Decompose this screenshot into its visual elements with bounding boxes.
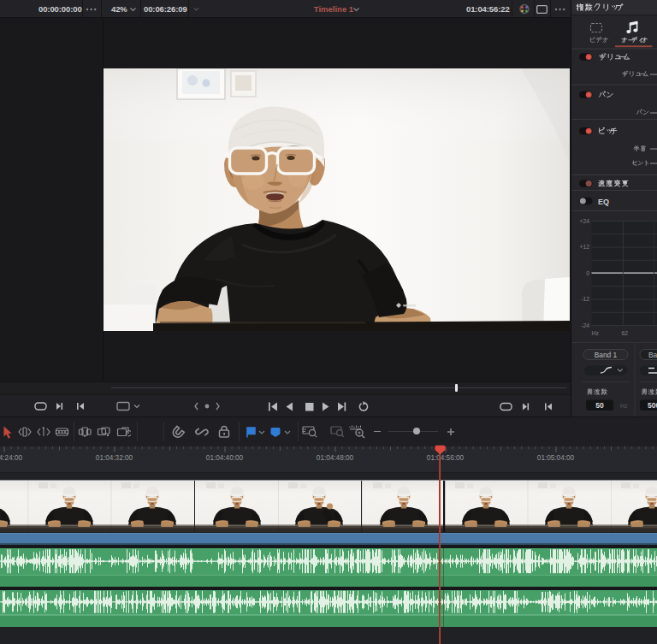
svg-text:Hz: Hz (592, 330, 600, 336)
svg-text:+24: +24 (579, 218, 589, 224)
svg-text:+12: +12 (579, 244, 589, 250)
svg-text:-12: -12 (581, 296, 589, 302)
svg-text:Band 1: Band 1 (595, 351, 618, 359)
svg-text:-24: -24 (581, 322, 589, 328)
svg-text:Hz: Hz (620, 403, 628, 409)
svg-text:62: 62 (622, 330, 629, 336)
svg-text:500: 500 (648, 401, 657, 410)
svg-text:0: 0 (586, 270, 589, 276)
svg-text:Ba: Ba (648, 351, 657, 359)
svg-text:50: 50 (595, 401, 604, 410)
svg-text:EQ: EQ (598, 198, 609, 206)
